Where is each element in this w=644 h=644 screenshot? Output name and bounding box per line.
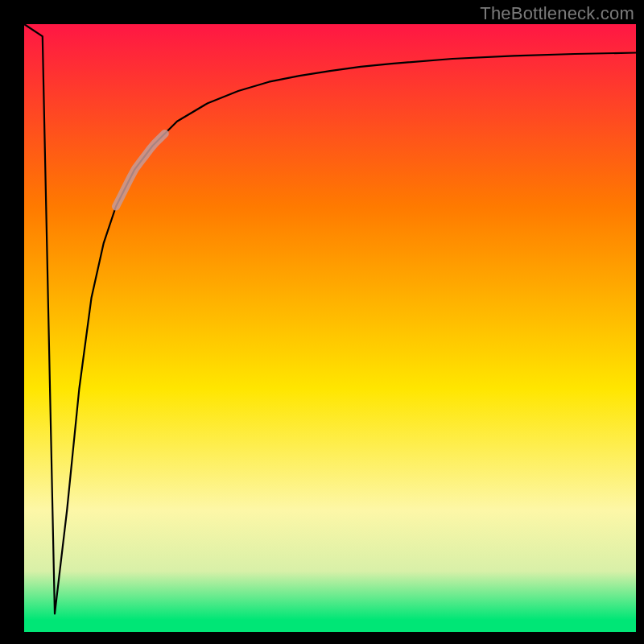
watermark-label: TheBottleneck.com [480,3,634,24]
plot-background [24,24,636,632]
bottleneck-chart [0,0,644,644]
chart-frame: TheBottleneck.com [0,0,644,644]
